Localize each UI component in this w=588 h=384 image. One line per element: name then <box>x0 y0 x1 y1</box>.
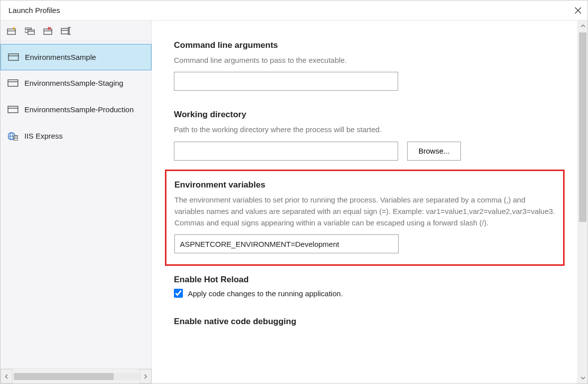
profile-item[interactable]: IIS Express <box>0 123 151 149</box>
window-title: Launch Profiles <box>8 6 574 14</box>
sidebar: EnvironmentsSample EnvironmentsSample-St… <box>0 20 152 384</box>
commandline-section: Command line arguments Command line argu… <box>174 40 556 91</box>
scroll-thumb[interactable] <box>14 373 114 380</box>
profile-item[interactable]: EnvironmentsSample-Staging <box>0 70 151 96</box>
commandline-input[interactable] <box>174 72 398 91</box>
profile-label: EnvironmentsSample-Staging <box>24 79 123 87</box>
close-icon[interactable] <box>574 6 583 15</box>
svg-rect-13 <box>8 54 18 60</box>
hotreload-checkbox[interactable] <box>174 289 183 298</box>
window-icon <box>8 53 19 61</box>
section-description: Path to the working directory where the … <box>174 124 556 135</box>
new-profile-icon[interactable] <box>4 24 19 37</box>
section-title: Command line arguments <box>174 40 556 50</box>
profile-item[interactable]: EnvironmentsSample-Production <box>0 96 151 123</box>
workingdir-input[interactable] <box>174 142 398 161</box>
window-icon <box>7 79 18 87</box>
scroll-right-icon[interactable] <box>140 369 151 384</box>
section-title: Enable native code debugging <box>174 317 556 327</box>
globe-icon <box>7 132 18 140</box>
browse-button[interactable]: Browse... <box>407 142 461 161</box>
profile-label: EnvironmentsSample-Production <box>24 105 134 114</box>
section-title: Working directory <box>174 110 556 120</box>
window-icon <box>7 106 18 114</box>
envvars-highlight: Environment variables The environment va… <box>165 170 565 266</box>
dialog-body: EnvironmentsSample EnvironmentsSample-St… <box>0 20 588 384</box>
scroll-track[interactable] <box>578 31 588 373</box>
scroll-down-icon[interactable] <box>578 373 588 384</box>
profile-list: EnvironmentsSample EnvironmentsSample-St… <box>0 41 151 369</box>
section-title: Environment variables <box>174 180 555 190</box>
svg-rect-4 <box>28 30 34 34</box>
scroll-track[interactable] <box>13 373 139 380</box>
profile-label: EnvironmentsSample <box>25 53 96 61</box>
workingdir-section: Working directory Path to the working di… <box>174 110 556 160</box>
section-description: The environment variables to set prior t… <box>174 194 555 229</box>
titlebar: Launch Profiles <box>0 0 588 20</box>
scroll-up-icon[interactable] <box>578 20 588 31</box>
scroll-left-icon[interactable] <box>0 369 12 384</box>
svg-rect-15 <box>8 80 18 86</box>
delete-profile-icon[interactable] <box>40 24 55 37</box>
section-title: Enable Hot Reload <box>174 275 556 285</box>
envvars-input[interactable] <box>174 234 399 253</box>
nativedebug-section: Enable native code debugging <box>174 317 556 327</box>
envvars-section: Environment variables The environment va… <box>174 180 555 254</box>
svg-rect-8 <box>61 28 68 34</box>
content-area: Command line arguments Command line argu… <box>152 20 578 384</box>
svg-rect-22 <box>14 136 18 141</box>
sidebar-toolbar <box>0 20 151 41</box>
hotreload-label: Apply code changes to the running applic… <box>188 289 343 298</box>
vertical-scrollbar[interactable] <box>578 20 588 384</box>
duplicate-profile-icon[interactable] <box>22 24 37 37</box>
horizontal-scrollbar[interactable] <box>0 369 151 384</box>
svg-rect-17 <box>8 106 18 113</box>
scroll-thumb[interactable] <box>579 32 587 222</box>
profile-item[interactable]: EnvironmentsSample <box>0 44 151 70</box>
section-description: Command line arguments to pass to the ex… <box>174 54 556 66</box>
main-panel: Command line arguments Command line argu… <box>152 20 588 384</box>
rename-profile-icon[interactable] <box>58 24 73 37</box>
profile-label: IIS Express <box>24 132 63 140</box>
hotreload-section: Enable Hot Reload Apply code changes to … <box>174 275 556 298</box>
